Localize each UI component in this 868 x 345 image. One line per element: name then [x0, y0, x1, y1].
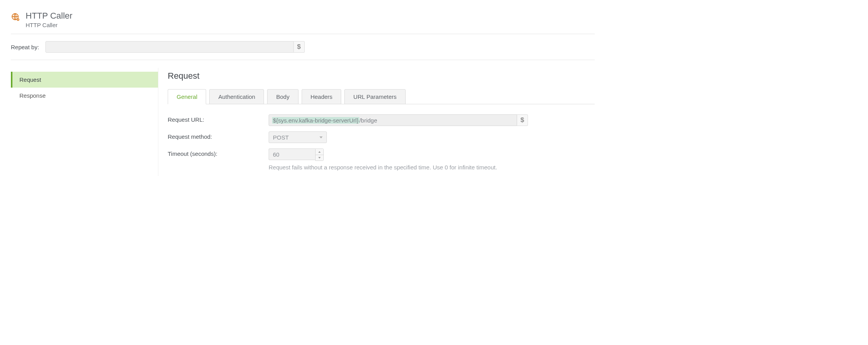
repeat-by-input[interactable] — [45, 41, 294, 53]
timeout-step-up[interactable] — [316, 149, 323, 155]
tab-general[interactable]: General — [168, 89, 206, 104]
chevron-down-icon — [319, 136, 323, 138]
timeout-step-down[interactable] — [316, 155, 323, 160]
section-heading: Request — [168, 71, 595, 81]
request-method-value: POST — [273, 134, 289, 141]
request-url-variable: ${sys.env.kafka-bridge-serverUrl} — [272, 117, 359, 124]
timeout-label: Timeout (seconds): — [168, 148, 269, 157]
tab-label: Body — [276, 93, 289, 100]
svg-point-2 — [17, 19, 18, 20]
page-subtitle: HTTP Caller — [26, 22, 73, 28]
tab-label: Headers — [311, 93, 333, 100]
repeat-by-row: Repeat by: $ — [11, 34, 595, 60]
tab-url-parameters[interactable]: URL Parameters — [344, 89, 405, 104]
tab-label: General — [177, 93, 197, 100]
page-title: HTTP Caller — [26, 11, 73, 21]
request-url-input[interactable]: ${sys.env.kafka-bridge-serverUrl}/bridge — [269, 114, 517, 126]
tab-label: Authentication — [218, 93, 255, 100]
side-nav-item-response[interactable]: Response — [11, 88, 158, 104]
side-nav-item-label: Response — [19, 92, 46, 99]
header: HTTP Caller HTTP Caller — [11, 9, 595, 34]
timeout-hint: Request fails without a response receive… — [269, 164, 497, 171]
variable-picker-button[interactable]: $ — [517, 114, 528, 126]
tab-authentication[interactable]: Authentication — [209, 89, 264, 104]
chevron-up-icon — [318, 151, 321, 153]
globe-gear-icon — [11, 12, 20, 22]
side-nav-item-request[interactable]: Request — [11, 72, 158, 88]
variable-picker-button[interactable]: $ — [294, 41, 305, 53]
side-nav-item-label: Request — [19, 76, 41, 83]
side-nav: Request Response — [11, 68, 158, 176]
request-method-select[interactable]: POST — [269, 131, 327, 143]
tab-label: URL Parameters — [353, 93, 396, 100]
timeout-input[interactable] — [269, 148, 315, 160]
request-url-label: Request URL: — [168, 114, 269, 123]
request-tab-bar: General Authentication Body Headers URL … — [168, 89, 595, 104]
tab-body[interactable]: Body — [267, 89, 298, 104]
request-url-rest: /bridge — [359, 117, 377, 124]
repeat-by-label: Repeat by: — [11, 44, 39, 50]
request-method-label: Request method: — [168, 131, 269, 140]
tab-headers[interactable]: Headers — [302, 89, 342, 104]
chevron-down-icon — [318, 157, 321, 159]
